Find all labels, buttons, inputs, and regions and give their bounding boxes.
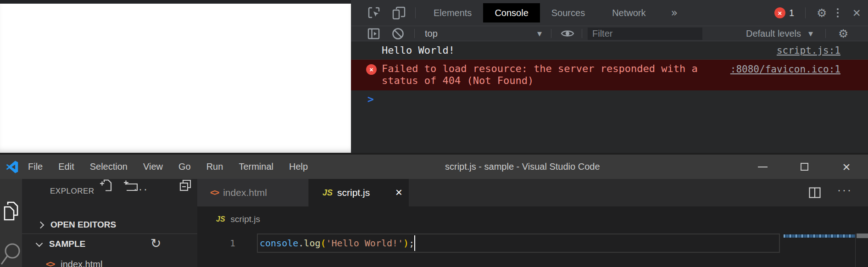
refresh-explorer-icon[interactable]: ↻ (150, 236, 161, 251)
live-expression-eye-icon[interactable] (561, 29, 574, 38)
minimap-scrollbar-divider (855, 234, 856, 267)
frame-context-value: top (425, 28, 438, 39)
tab-label: script.js (337, 187, 370, 198)
divider (551, 29, 551, 38)
minimize-button[interactable] (752, 155, 773, 179)
breadcrumb-file-label: script.js (231, 214, 260, 224)
console-filter-input[interactable] (588, 28, 702, 40)
chevron-down-icon (36, 239, 43, 247)
vscode-logo-icon (6, 160, 19, 174)
breadcrumb[interactable]: JS script.js (197, 206, 868, 232)
devtools-close-icon[interactable]: × (852, 6, 861, 20)
explorer-title: EXPLORER (50, 187, 95, 196)
explorer-files-icon[interactable] (3, 201, 19, 221)
search-icon[interactable] (0, 239, 21, 267)
text-cursor (414, 235, 415, 251)
close-tab-icon[interactable]: × (395, 185, 402, 199)
folder-section-sample[interactable]: SAMPLE (22, 235, 197, 253)
devtools-tab-elements[interactable]: Elements (422, 3, 483, 22)
collapse-folders-icon[interactable] (179, 179, 192, 192)
error-source-link[interactable]: :8080/favicon.ico:1 (730, 63, 840, 75)
token-console: console (260, 238, 298, 249)
devtools-tab-sources[interactable]: Sources (540, 3, 596, 22)
error-badge-icon: × (774, 7, 785, 18)
code-editor[interactable]: 1 console.log('Hello World!'); (197, 232, 868, 267)
error-count-badge[interactable]: × 1 (774, 7, 794, 18)
file-item-index-html[interactable]: <> index.html (22, 255, 197, 267)
menu-file[interactable]: File (20, 155, 50, 179)
clear-console-icon[interactable] (392, 28, 404, 40)
vscode-main: EXPLORER ··· OPEN EDITORS SAMPLE (0, 179, 868, 267)
console-log-row: Hello World! script.js:1 (351, 41, 868, 60)
chevron-right-icon (37, 221, 45, 228)
html-file-icon: <> (46, 259, 54, 267)
browser-window: Elements Console Sources Network » × 1 ⚙… (0, 0, 868, 153)
error-circle-icon: × (366, 64, 377, 75)
editor-tab-script-js[interactable]: JS script.js × (309, 179, 409, 206)
editor-tab-index-html[interactable]: <> index.html (197, 179, 309, 206)
devtools-menu-kebab-icon[interactable] (837, 8, 839, 17)
menu-selection[interactable]: Selection (82, 155, 135, 179)
code-line-1: console.log('Hello World!'); (260, 234, 414, 253)
console-messages: Hello World! script.js:1 × Failed to loa… (351, 41, 868, 108)
minimize-icon (758, 167, 768, 167)
file-item-label: index.html (61, 259, 102, 267)
vscode-menubar: File Edit Selection View Go Run Terminal… (20, 155, 316, 179)
console-prompt-chevron-icon: > (367, 93, 374, 105)
console-toolbar: top ▼ Default levels ▼ (351, 26, 868, 41)
explorer-sidebar: EXPLORER ··· OPEN EDITORS SAMPLE (22, 179, 197, 267)
js-file-icon: JS (216, 215, 225, 223)
scrollbar-thumb[interactable] (857, 234, 868, 238)
more-tabs-chevron-icon[interactable]: » (671, 6, 678, 19)
html-file-icon: <> (210, 188, 218, 198)
console-error-row: × Failed to load resource: the server re… (351, 60, 868, 90)
console-source-link[interactable]: script.js:1 (777, 45, 840, 56)
inspect-element-icon[interactable] (367, 6, 381, 20)
log-levels-selector[interactable]: Default levels ▼ (746, 28, 813, 39)
divider (582, 29, 582, 38)
token-dot: . (298, 238, 304, 249)
menu-view[interactable]: View (135, 155, 171, 179)
menu-edit[interactable]: Edit (50, 155, 82, 179)
new-file-icon[interactable] (100, 179, 112, 192)
maximize-icon (801, 163, 808, 171)
close-window-button[interactable]: × (836, 155, 857, 179)
screenshot-root: Elements Console Sources Network » × 1 ⚙… (0, 0, 868, 267)
split-editor-icon[interactable] (809, 187, 821, 198)
editor-more-actions-icon[interactable]: ··· (837, 184, 852, 196)
devtools-settings-gear-icon[interactable]: ⚙ (817, 6, 827, 20)
menu-help[interactable]: Help (281, 155, 316, 179)
divider (805, 7, 806, 18)
open-editors-section[interactable]: OPEN EDITORS (22, 216, 197, 234)
folder-name-label: SAMPLE (49, 239, 85, 249)
devtools-tab-network[interactable]: Network (601, 3, 657, 22)
devtools-tabbar-right: × 1 ⚙ × (774, 6, 868, 20)
error-badge-count: 1 (789, 8, 794, 18)
chevron-down-icon: ▼ (537, 30, 542, 37)
console-sidebar-icon[interactable] (367, 28, 380, 39)
vscode-window: File Edit Selection View Go Run Terminal… (0, 153, 868, 267)
minimap-code-line (784, 234, 855, 238)
menu-terminal[interactable]: Terminal (231, 155, 281, 179)
toggle-device-toolbar-icon[interactable] (392, 6, 406, 20)
new-folder-icon[interactable] (124, 179, 138, 192)
console-log-text: Hello World! (382, 44, 455, 56)
console-prompt-row[interactable]: > (351, 90, 868, 108)
window-title: script.js - sample - Visual Studio Code (445, 155, 600, 179)
console-settings-gear-icon[interactable]: ⚙ (838, 27, 848, 40)
divider (414, 29, 415, 38)
token-paren-open: ( (320, 238, 326, 249)
devtools-panel: Elements Console Sources Network » × 1 ⚙… (351, 0, 868, 153)
divider (825, 29, 826, 38)
activity-bar (0, 179, 22, 267)
vscode-titlebar: File Edit Selection View Go Run Terminal… (0, 153, 868, 179)
js-file-icon: JS (323, 188, 333, 198)
maximize-button[interactable] (794, 155, 814, 179)
menu-go[interactable]: Go (171, 155, 199, 179)
devtools-tabbar: Elements Console Sources Network » × 1 ⚙… (351, 0, 868, 26)
frame-context-selector[interactable]: top ▼ (425, 28, 542, 39)
devtools-tab-console[interactable]: Console (483, 3, 540, 22)
tab-label: index.html (223, 187, 267, 198)
token-semicolon: ; (409, 238, 414, 249)
menu-run[interactable]: Run (199, 155, 231, 179)
